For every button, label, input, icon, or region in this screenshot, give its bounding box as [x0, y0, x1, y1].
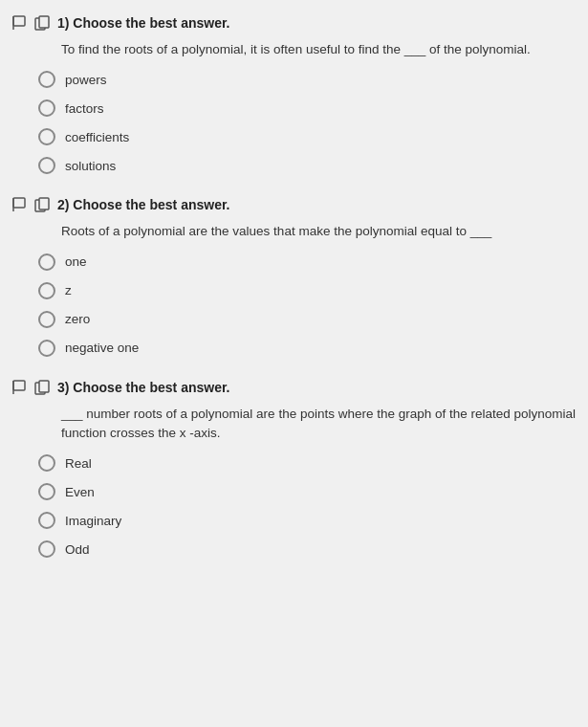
option-label-1-1: factors	[65, 101, 104, 116]
question-block-3: 3) Choose the best answer. ___ number ro…	[11, 380, 577, 559]
list-item[interactable]: z	[38, 282, 577, 299]
svg-rect-8	[13, 381, 25, 390]
question-number-2: 2)	[57, 197, 69, 212]
options-list-2: one z zero negative one	[38, 253, 577, 357]
radio-button-3-3[interactable]	[38, 540, 55, 558]
list-item[interactable]: Imaginary	[38, 512, 577, 529]
list-item[interactable]: zero	[38, 311, 577, 328]
svg-rect-4	[13, 198, 25, 208]
question-header-3: 3) Choose the best answer.	[11, 380, 577, 397]
copy-icon-1[interactable]	[34, 15, 52, 33]
question-header-1: 1) Choose the best answer.	[11, 15, 577, 33]
list-item[interactable]: one	[38, 253, 577, 271]
option-label-3-2: Imaginary	[65, 514, 121, 528]
option-label-3-3: Odd	[65, 542, 90, 557]
radio-button-3-1[interactable]	[38, 483, 55, 500]
question-block-2: 2) Choose the best answer. Roots of a po…	[11, 197, 577, 356]
question-label-2: Choose the best answer.	[73, 197, 229, 212]
radio-button-1-1[interactable]	[38, 99, 55, 117]
list-item[interactable]: factors	[38, 99, 577, 117]
options-list-1: powers factors coefficients solutions	[38, 71, 577, 174]
flag-icon-1[interactable]	[11, 15, 29, 33]
question-label-1: Choose the best answer.	[73, 15, 229, 31]
list-item[interactable]: Even	[38, 483, 577, 500]
flag-icon-2[interactable]	[11, 197, 29, 214]
radio-button-3-0[interactable]	[38, 454, 55, 472]
list-item[interactable]: Odd	[38, 540, 577, 558]
list-item[interactable]: Real	[38, 454, 577, 472]
copy-icon-3[interactable]	[34, 380, 52, 397]
question-label-3: Choose the best answer.	[73, 380, 229, 395]
page: 1) Choose the best answer. To find the r…	[0, 0, 588, 727]
radio-button-1-0[interactable]	[38, 71, 55, 88]
radio-button-1-3[interactable]	[38, 157, 55, 174]
question-text-1: To find the roots of a polynomial, it is…	[61, 40, 577, 59]
list-item[interactable]: solutions	[38, 157, 577, 174]
svg-rect-3	[39, 16, 49, 28]
svg-rect-7	[39, 198, 49, 209]
copy-icon-2[interactable]	[34, 197, 52, 214]
option-label-2-1: z	[65, 283, 72, 297]
radio-button-1-2[interactable]	[38, 128, 55, 145]
question-block-1: 1) Choose the best answer. To find the r…	[11, 15, 577, 174]
option-label-1-3: solutions	[65, 159, 116, 173]
svg-rect-11	[39, 381, 49, 392]
radio-button-3-2[interactable]	[38, 512, 55, 529]
options-list-3: Real Even Imaginary Odd	[38, 454, 577, 558]
option-label-2-3: negative one	[65, 341, 139, 355]
question-header-2: 2) Choose the best answer.	[11, 197, 577, 214]
flag-icon-3[interactable]	[11, 380, 29, 397]
radio-button-2-3[interactable]	[38, 340, 55, 357]
question-number-3: 3)	[57, 380, 69, 395]
question-text-3: ___ number roots of a polynomial are the…	[61, 405, 577, 444]
radio-button-2-2[interactable]	[38, 311, 55, 328]
radio-button-2-1[interactable]	[38, 282, 55, 299]
option-label-1-2: coefficients	[65, 130, 129, 144]
list-item[interactable]: powers	[38, 71, 577, 88]
option-label-3-0: Real	[65, 456, 92, 471]
question-text-2: Roots of a polynomial are the values tha…	[61, 222, 577, 241]
radio-button-2-0[interactable]	[38, 253, 55, 271]
list-item[interactable]: negative one	[38, 340, 577, 357]
list-item[interactable]: coefficients	[38, 128, 577, 145]
option-label-3-1: Even	[65, 485, 95, 499]
svg-rect-0	[13, 16, 25, 26]
question-number-1: 1)	[57, 15, 69, 31]
option-label-2-2: zero	[65, 312, 90, 326]
option-label-1-0: powers	[65, 73, 107, 87]
option-label-2-0: one	[65, 254, 87, 269]
